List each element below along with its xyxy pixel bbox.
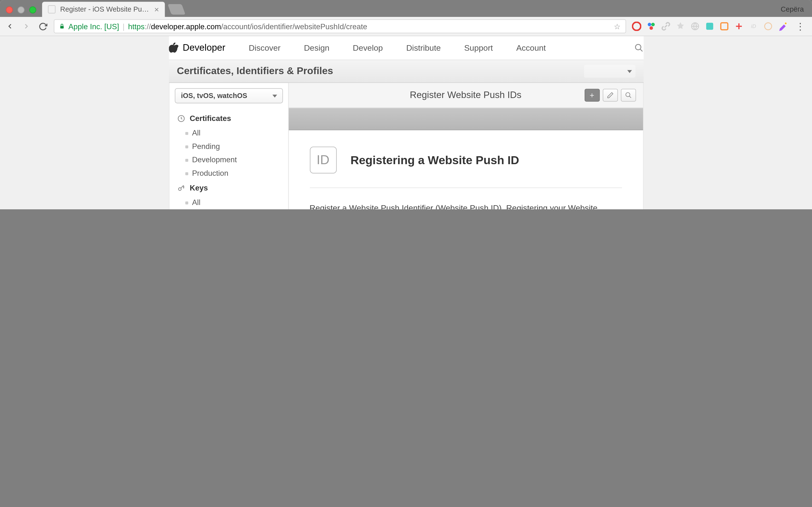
browser-window: Register - iOS Website Push ID × Серёга … — [0, 0, 812, 209]
sidebar-item-pending[interactable]: Pending — [174, 139, 283, 153]
svg-rect-0 — [60, 26, 63, 29]
nav-support[interactable]: Support — [464, 43, 493, 53]
apple-logo-icon — [169, 43, 178, 53]
svg-point-1 — [632, 22, 641, 31]
minimize-window-button[interactable] — [18, 6, 24, 13]
apple-nav: Developer Discover Design Develop Distri… — [169, 36, 643, 60]
header-tools: ＋ — [585, 89, 636, 102]
main-header: Register Website Push IDs ＋ — [289, 83, 643, 108]
search-button[interactable] — [621, 89, 636, 102]
close-tab-icon[interactable]: × — [154, 5, 159, 14]
sidebar-heading-certificates[interactable]: Certificates — [174, 110, 283, 126]
svg-point-10 — [635, 44, 641, 50]
reload-button[interactable] — [38, 21, 48, 32]
team-dropdown[interactable] — [583, 65, 635, 78]
back-button[interactable] — [5, 21, 15, 32]
subheader: Certificates, Identifiers & Profiles — [169, 60, 643, 83]
page-title: Register Website Push IDs — [410, 90, 521, 101]
sidebar: iOS, tvOS, watchOS CertificatesAllPendin… — [169, 83, 288, 209]
nav-design[interactable]: Design — [304, 43, 329, 53]
edit-button[interactable] — [603, 89, 618, 102]
platform-label: iOS, tvOS, watchOS — [181, 92, 247, 100]
toolbar-strip — [289, 108, 643, 130]
chrome-menu-button[interactable]: ⋮ — [794, 21, 807, 32]
svg-point-4 — [650, 26, 653, 30]
main-panel: Register Website Push IDs ＋ ID — [289, 83, 643, 209]
subheader-title: Certificates, Identifiers & Profiles — [177, 65, 333, 77]
address-bar[interactable]: Apple Inc. [US] | https://developer.appl… — [54, 19, 626, 33]
id-header: ID Registering a Website Push ID — [310, 147, 622, 188]
svg-point-9 — [785, 22, 786, 24]
id-ext-icon[interactable]: iD — [749, 22, 758, 31]
circle-ext-icon[interactable] — [763, 22, 773, 31]
sidebar-item-all[interactable]: All — [174, 195, 283, 209]
sidebar-item-development[interactable]: Development — [174, 153, 283, 167]
extensions-row: iD — [632, 22, 788, 31]
nav-develop[interactable]: Develop — [353, 43, 383, 53]
brand-label: Developer — [183, 43, 225, 53]
favicon-icon — [48, 5, 55, 13]
browser-tab[interactable]: Register - iOS Website Push ID × — [42, 2, 165, 17]
id-badge-icon: ID — [310, 147, 337, 173]
lock-icon — [59, 23, 65, 30]
sidebar-group-certificates: CertificatesAllPendingDevelopmentProduct… — [174, 110, 283, 180]
nav-account[interactable]: Account — [516, 43, 546, 53]
globe-ext-icon[interactable] — [691, 22, 700, 31]
page-canvas: Developer Discover Design Develop Distri… — [0, 36, 812, 209]
form-heading: Registering a Website Push ID — [350, 153, 519, 167]
svg-point-8 — [765, 23, 772, 30]
svg-point-16 — [625, 93, 629, 97]
opera-ext-icon[interactable] — [632, 22, 642, 31]
colorful-ext-icon[interactable] — [647, 22, 656, 31]
nav-distribute[interactable]: Distribute — [406, 43, 441, 53]
close-window-button[interactable] — [6, 6, 13, 13]
svg-line-11 — [640, 49, 642, 51]
red-plus-ext-icon[interactable] — [734, 22, 744, 31]
browser-toolbar: Apple Inc. [US] | https://developer.appl… — [0, 17, 812, 36]
new-tab-button[interactable] — [168, 4, 186, 15]
orange-ext-icon[interactable] — [720, 22, 729, 31]
tab-strip: Register - iOS Website Push ID × Серёга — [0, 0, 812, 17]
svg-point-2 — [648, 23, 651, 26]
svg-rect-7 — [721, 23, 728, 30]
svg-point-3 — [651, 23, 655, 26]
ev-cert-label: Apple Inc. [US] — [68, 22, 119, 31]
content-area: iOS, tvOS, watchOS CertificatesAllPendin… — [169, 83, 643, 209]
svg-rect-6 — [706, 23, 713, 30]
add-button[interactable]: ＋ — [585, 89, 600, 102]
maximize-window-button[interactable] — [29, 6, 36, 13]
platform-dropdown[interactable]: iOS, tvOS, watchOS — [174, 88, 283, 103]
pin-ext-icon[interactable] — [676, 22, 685, 31]
developer-brand[interactable]: Developer — [169, 43, 225, 53]
paint-ext-icon[interactable] — [778, 22, 788, 31]
main-body: ID Registering a Website Push ID Registe… — [289, 130, 643, 209]
bookmark-star-icon[interactable]: ☆ — [614, 22, 621, 31]
teal-ext-icon[interactable] — [705, 22, 714, 31]
window-controls — [0, 6, 42, 17]
tab-title: Register - iOS Website Push ID — [60, 5, 150, 13]
svg-line-17 — [629, 96, 631, 98]
nav-discover[interactable]: Discover — [249, 43, 281, 53]
intro-text: Register a Website Push Identifier (Webs… — [310, 202, 608, 209]
link-ext-icon[interactable] — [661, 22, 671, 31]
sidebar-heading-keys[interactable]: Keys — [174, 180, 283, 195]
svg-point-13 — [178, 187, 181, 190]
search-icon[interactable] — [634, 43, 643, 53]
url-text: https://developer.apple.com/account/ios/… — [128, 22, 367, 31]
sidebar-item-all[interactable]: All — [174, 126, 283, 140]
profile-name[interactable]: Серёга — [773, 5, 812, 17]
forward-button[interactable] — [21, 21, 32, 32]
sidebar-group-keys: KeysAll — [174, 180, 283, 209]
sidebar-item-production[interactable]: Production — [174, 166, 283, 180]
